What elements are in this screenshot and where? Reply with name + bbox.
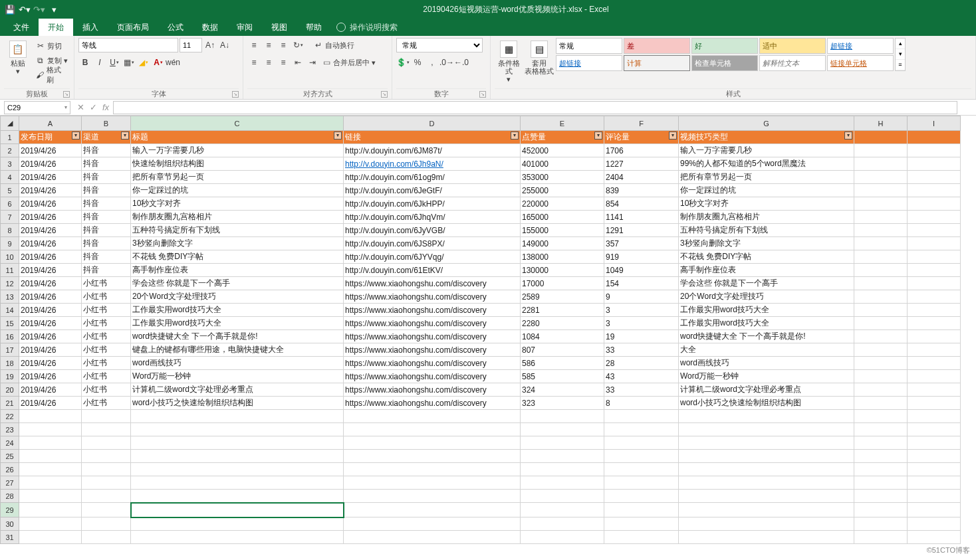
filter-icon[interactable]: ▾ xyxy=(72,132,80,140)
style-linked-cell[interactable]: 链接单元格 xyxy=(827,55,894,71)
data-cell[interactable]: http://v.douyin.com/6Jh9aN/ xyxy=(344,157,521,171)
empty-cell[interactable] xyxy=(854,490,908,503)
row-header-23[interactable]: 23 xyxy=(1,423,19,436)
data-cell[interactable]: 小红书 xyxy=(82,357,131,370)
empty-cell[interactable] xyxy=(679,436,854,450)
empty-cell[interactable] xyxy=(854,503,908,517)
data-cell[interactable] xyxy=(908,171,961,184)
data-cell[interactable]: 抖音 xyxy=(82,144,131,157)
data-cell[interactable] xyxy=(854,250,908,264)
bold-button[interactable]: B xyxy=(78,56,92,69)
filter-icon[interactable]: ▾ xyxy=(334,132,342,140)
data-cell[interactable]: 计算机二级word文字处理必考重点 xyxy=(131,383,344,397)
data-cell[interactable]: 小红书 xyxy=(82,304,131,317)
data-cell[interactable]: 学会这些 你就是下一个高手 xyxy=(131,277,344,290)
data-cell[interactable]: 3秒竖向删除文字 xyxy=(131,237,344,250)
empty-cell[interactable] xyxy=(82,517,131,531)
data-cell[interactable]: 学会这些 你就是下一个高手 xyxy=(679,277,854,290)
data-cell[interactable]: http://v.douyin.com/61EtKV/ xyxy=(344,264,521,277)
empty-cell[interactable] xyxy=(344,463,521,476)
data-cell[interactable]: 20个Word文字处理技巧 xyxy=(131,290,344,304)
fill-color-button[interactable]: ◢ xyxy=(137,56,150,69)
header-cell[interactable]: 渠道▾ xyxy=(82,131,131,144)
empty-cell[interactable] xyxy=(521,410,604,423)
data-cell[interactable]: 2019/4/26 xyxy=(19,237,82,250)
empty-cell[interactable] xyxy=(131,423,344,436)
data-cell[interactable] xyxy=(908,224,961,237)
format-painter-button[interactable]: 🖌格式刷 xyxy=(35,68,70,82)
font-name-select[interactable] xyxy=(78,38,178,52)
empty-cell[interactable] xyxy=(19,423,82,436)
data-cell[interactable]: Word万能一秒钟 xyxy=(131,370,344,383)
empty-cell[interactable] xyxy=(82,531,131,544)
empty-cell[interactable] xyxy=(344,490,521,503)
align-center-icon[interactable]: ≡ xyxy=(262,56,275,69)
merge-center-button[interactable]: ▭合并后居中 ▾ xyxy=(320,56,377,69)
data-cell[interactable]: 3 xyxy=(604,317,679,330)
increase-decimal-icon[interactable]: .0→ xyxy=(440,56,453,69)
data-cell[interactable]: 220000 xyxy=(521,197,604,211)
data-cell[interactable] xyxy=(908,184,961,197)
style-hyperlink2[interactable]: 超链接 xyxy=(827,38,894,54)
empty-cell[interactable] xyxy=(344,450,521,463)
data-cell[interactable]: 452000 xyxy=(521,144,604,157)
style-calc[interactable]: 计算 xyxy=(624,55,690,71)
empty-cell[interactable] xyxy=(604,490,679,503)
data-cell[interactable]: 2281 xyxy=(521,304,604,317)
data-cell[interactable]: 抖音 xyxy=(82,237,131,250)
data-cell[interactable]: 抖音 xyxy=(82,224,131,237)
row-header-1[interactable]: 1 xyxy=(1,131,19,144)
comma-format-icon[interactable]: , xyxy=(426,56,439,69)
data-cell[interactable]: 大全 xyxy=(679,343,854,357)
border-button[interactable]: ▦ xyxy=(122,56,136,69)
data-cell[interactable] xyxy=(908,197,961,211)
empty-cell[interactable] xyxy=(679,517,854,531)
filter-icon[interactable]: ▾ xyxy=(594,132,602,140)
data-cell[interactable]: 2019/4/26 xyxy=(19,197,82,211)
row-header-20[interactable]: 20 xyxy=(1,383,19,397)
increase-font-icon[interactable]: A↑ xyxy=(203,39,217,52)
data-cell[interactable]: 138000 xyxy=(521,250,604,264)
empty-cell[interactable] xyxy=(908,423,961,436)
row-header-5[interactable]: 5 xyxy=(1,184,19,197)
data-cell[interactable]: 586 xyxy=(521,357,604,370)
header-cell[interactable] xyxy=(908,131,961,144)
data-cell[interactable]: http://v.douyin.com/6JYVqg/ xyxy=(344,250,521,264)
row-header-13[interactable]: 13 xyxy=(1,290,19,304)
style-check[interactable]: 检查单元格 xyxy=(691,55,758,71)
data-cell[interactable]: 8 xyxy=(604,397,679,410)
col-header-H[interactable]: H xyxy=(854,116,908,131)
col-header-C[interactable]: C xyxy=(131,116,344,131)
data-cell[interactable]: 工作最实用word技巧大全 xyxy=(679,317,854,330)
data-cell[interactable]: 353000 xyxy=(521,171,604,184)
empty-cell[interactable] xyxy=(131,531,344,544)
data-cell[interactable]: 1291 xyxy=(604,224,679,237)
data-cell[interactable]: http://v.douyin.com/6JS8PX/ xyxy=(344,237,521,250)
data-cell[interactable]: 五种符号搞定所有下划线 xyxy=(131,224,344,237)
data-cell[interactable]: word画线技巧 xyxy=(131,357,344,370)
data-cell[interactable]: 17000 xyxy=(521,277,604,290)
data-cell[interactable]: 把所有章节另起一页 xyxy=(131,171,344,184)
paste-button[interactable]: 📋 粘贴▾ xyxy=(4,38,32,75)
data-cell[interactable] xyxy=(908,211,961,224)
data-cell[interactable]: 3 xyxy=(604,304,679,317)
row-header-16[interactable]: 16 xyxy=(1,330,19,343)
empty-cell[interactable] xyxy=(908,463,961,476)
header-cell[interactable]: 视频技巧类型▾ xyxy=(679,131,854,144)
empty-cell[interactable] xyxy=(19,490,82,503)
style-neutral[interactable]: 适中 xyxy=(759,38,826,54)
data-cell[interactable]: http://v.douyin.com/61og9m/ xyxy=(344,171,521,184)
data-cell[interactable]: 小红书 xyxy=(82,383,131,397)
data-cell[interactable]: 130000 xyxy=(521,264,604,277)
phonetic-button[interactable]: wén xyxy=(166,56,180,69)
data-cell[interactable]: 输入一万字需要几秒 xyxy=(131,144,344,157)
tab-view[interactable]: 视图 xyxy=(262,19,297,36)
row-header-15[interactable]: 15 xyxy=(1,317,19,330)
empty-cell[interactable] xyxy=(854,531,908,544)
conditional-format-button[interactable]: ▦条件格式▾ xyxy=(495,38,523,83)
header-cell[interactable]: 评论量▾ xyxy=(604,131,679,144)
col-header-D[interactable]: D xyxy=(344,116,521,131)
row-header-25[interactable]: 25 xyxy=(1,450,19,463)
align-right-icon[interactable]: ≡ xyxy=(277,56,290,69)
empty-cell[interactable] xyxy=(854,476,908,490)
